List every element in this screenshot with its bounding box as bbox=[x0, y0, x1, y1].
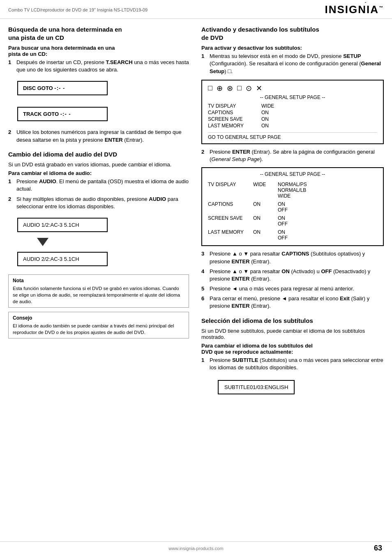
spk1-captions: CAPTIONS bbox=[208, 201, 249, 207]
spk3-tv: NORMAL/PS NORMAL/LB WIDE bbox=[278, 182, 377, 199]
sub-step-2: 2 Presione ENTER (Entrar). Se abre la pá… bbox=[201, 148, 384, 163]
spk1-lastmem: LAST MEMORY bbox=[208, 229, 249, 235]
spk3-lastmem: ON OFF bbox=[278, 229, 377, 241]
setup-row-captions: CAPTIONS ON bbox=[208, 109, 377, 116]
step-2-num: 2 bbox=[8, 129, 14, 143]
sub-step-1: 1 Mientras su televisor está en el modo … bbox=[201, 53, 384, 76]
tip-box: Consejo El idioma de audio también se pu… bbox=[8, 312, 189, 339]
sub-step-2-num: 2 bbox=[201, 148, 207, 163]
note-text: Esta función solamente funciona si el DV… bbox=[13, 286, 180, 304]
subtitle-lang-step-1-text: Presione SUBTITLE (Subtítulos) una o más… bbox=[210, 357, 384, 371]
setup-menu-icons: □ ⊕ ⊛ □ ⊙ ✕ bbox=[208, 84, 377, 93]
audio-step-2: 2 Si hay múltiples idiomas de audio disp… bbox=[8, 196, 189, 210]
audio1-box: AUDIO 1/2:AC-3 5.1CH bbox=[17, 218, 108, 232]
section-subtitles-heading: Activando y desactivando los subtítulosd… bbox=[201, 25, 384, 41]
arrow-down bbox=[8, 238, 189, 246]
main-content: Búsqueda de una hora determinada enuna p… bbox=[0, 19, 392, 405]
sub-step-4-text: Presione ▲ o ▼ para resaltar ON (Activad… bbox=[210, 268, 384, 283]
audio-intro: Si un DVD está grabado en varios idiomas… bbox=[8, 161, 189, 168]
spk2-lastmem: ON bbox=[253, 229, 274, 235]
audio-step-1-text: Presione AUDIO. El menú de pantalla (OSD… bbox=[16, 178, 189, 193]
track-goto-dashes: -:- - bbox=[60, 111, 71, 117]
section-search-cd: Búsqueda de una hora determinada enuna p… bbox=[8, 25, 189, 144]
setup-row-screensave: SCREEN SAVE ON bbox=[208, 116, 377, 122]
page-header: Combo TV LCD/reproductor de DVD de 19" I… bbox=[0, 0, 392, 19]
sub-step-3: 3 Presione ▲ o ▼ para resaltar CAPTIONS … bbox=[201, 250, 384, 265]
page-number: 63 bbox=[374, 544, 382, 553]
section-subtitles-dvd: Activando y desactivando los subtítulosd… bbox=[201, 25, 384, 310]
sub-steps-3-6: 3 Presione ▲ o ▼ para resaltar CAPTIONS … bbox=[201, 250, 384, 310]
audio-steps: 1 Presione AUDIO. El menú de pantalla (O… bbox=[8, 178, 189, 210]
sub-step-1-num: 1 bbox=[201, 53, 207, 76]
header-title: Combo TV LCD/reproductor de DVD de 19" I… bbox=[8, 7, 148, 12]
setup-menu-2: -- GENERAL SETUP PAGE -- TV DISPLAY WIDE… bbox=[201, 167, 384, 246]
subtitles-steps: 1 Mientras su televisor está en el modo … bbox=[201, 53, 384, 76]
disc-goto-dashes: -:- - bbox=[54, 85, 65, 91]
step-1-text: Después de insertar un CD, presione T.SE… bbox=[16, 59, 189, 74]
subtitle-lang-step-1: 1 Presione SUBTITLE (Subtítulos) una o m… bbox=[201, 357, 384, 371]
step-1-num: 1 bbox=[8, 59, 14, 74]
search-cd-steps-2: 2 Utilice los botones numéricos para ing… bbox=[8, 129, 189, 143]
setup-val-captions: ON bbox=[261, 110, 269, 115]
subtitle-lang-intro: Si un DVD tiene subtítulos, puede cambia… bbox=[201, 328, 384, 340]
tip-title: Consejo bbox=[13, 315, 184, 322]
spk2-captions: ON bbox=[253, 201, 274, 207]
setup-key-captions: CAPTIONS bbox=[208, 110, 253, 115]
sub-step-5-text: Presione ◄ una o más veces para regresar… bbox=[210, 285, 384, 292]
icon-sound: ⊛ bbox=[227, 84, 233, 93]
subtitle-box: SUBTITLE01/03:ENGLISH bbox=[218, 380, 295, 394]
audio2-box: AUDIO 2/2:AC-3 5.1CH bbox=[17, 252, 108, 266]
icon-exit: ✕ bbox=[256, 84, 262, 93]
sub-step-6-text: Para cerrar el menú, presione ◄ para res… bbox=[210, 295, 384, 310]
search-cd-steps: 1 Después de insertar un CD, presione T.… bbox=[8, 59, 189, 74]
icon-video: □ bbox=[237, 84, 242, 92]
subsection-search-cd: Para buscar una hora determinada en unap… bbox=[8, 45, 189, 57]
setup-goto: GO TO GENERAL SETUP PAGE bbox=[208, 132, 377, 140]
section-audio-language: Cambio del idioma del audio del DVD Si u… bbox=[8, 150, 189, 339]
setup-page-row-tv: TV DISPLAY WIDE NORMAL/PS NORMAL/LB WIDE bbox=[208, 180, 377, 200]
note-title: Nota bbox=[13, 277, 184, 284]
setup-key-tv-display: TV DISPLAY bbox=[208, 103, 253, 109]
setup-menu-header-1: -- GENERAL SETUP PAGE -- bbox=[208, 94, 377, 100]
spk1-tv: TV DISPLAY bbox=[208, 182, 249, 187]
sub-step-5-num: 5 bbox=[201, 285, 207, 292]
audio-step-1-num: 1 bbox=[8, 178, 14, 193]
subsection-subtitle-lang: Para cambiar el idioma de los subtítulos… bbox=[201, 343, 384, 355]
setup-val-lastmemory: ON bbox=[261, 123, 269, 129]
logo-tm: ™ bbox=[379, 5, 384, 10]
page-wrapper: Combo TV LCD/reproductor de DVD de 19" I… bbox=[0, 0, 392, 555]
audio2-text: AUDIO 2/2:AC-3 5.1CH bbox=[23, 256, 79, 262]
audio-step-1: 1 Presione AUDIO. El menú de pantalla (O… bbox=[8, 178, 189, 193]
setup-page-header-2: -- GENERAL SETUP PAGE -- bbox=[208, 171, 377, 177]
spk3-captions: ON OFF bbox=[278, 201, 377, 213]
right-column: Activando y desactivando los subtítulosd… bbox=[201, 25, 384, 398]
audio-step-2-text: Si hay múltiples idiomas de audio dispon… bbox=[16, 196, 189, 210]
audio-step-2-num: 2 bbox=[8, 196, 14, 210]
disc-goto-box: DISC GOTO -:- - bbox=[17, 81, 108, 95]
sub-step-3-num: 3 bbox=[201, 250, 207, 265]
audio1-text: AUDIO 1/2:AC-3 5.1CH bbox=[23, 222, 79, 228]
note-box: Nota Esta función solamente funciona si … bbox=[8, 274, 189, 308]
page-footer: www.insignia-products.com bbox=[0, 541, 392, 555]
sub-step-6-num: 6 bbox=[201, 295, 207, 310]
spk3-screensave: ON OFF bbox=[278, 215, 377, 227]
spk2-screensave: ON bbox=[253, 215, 274, 221]
setup-page-row-captions: CAPTIONS ON ON OFF bbox=[208, 200, 377, 214]
sub-step-3-text: Presione ▲ o ▼ para resaltar CAPTIONS (S… bbox=[210, 250, 384, 265]
setup-menu-1: □ ⊕ ⊛ □ ⊙ ✕ -- GENERAL SETUP PAGE -- TV … bbox=[201, 80, 384, 144]
arrow-down-icon bbox=[37, 238, 48, 246]
subsection-audio: Para cambiar el idioma de audio: bbox=[8, 170, 189, 176]
step-2-text: Utilice los botones numéricos para ingre… bbox=[16, 129, 189, 143]
step-1: 1 Después de insertar un CD, presione T.… bbox=[8, 59, 189, 74]
sub-step-4-num: 4 bbox=[201, 268, 207, 283]
logo: INSIGNˆIA™ bbox=[325, 3, 384, 16]
section-search-cd-heading: Búsqueda de una hora determinada enuna p… bbox=[8, 25, 189, 41]
setup-row-tv-display: TV DISPLAY WIDE bbox=[208, 103, 377, 109]
left-column: Búsqueda de una hora determinada enuna p… bbox=[8, 25, 189, 398]
track-goto-label: TRACK GOTO bbox=[23, 111, 60, 117]
spk1-screensave: SCREEN SAVE bbox=[208, 215, 249, 221]
footer-url: www.insignia-products.com bbox=[168, 546, 223, 551]
section-subtitle-language: Selección del idioma de los subtítulos S… bbox=[201, 317, 384, 398]
icon-parental: ⊙ bbox=[246, 84, 252, 93]
subtitle-lang-steps: 1 Presione SUBTITLE (Subtítulos) una o m… bbox=[201, 357, 384, 371]
